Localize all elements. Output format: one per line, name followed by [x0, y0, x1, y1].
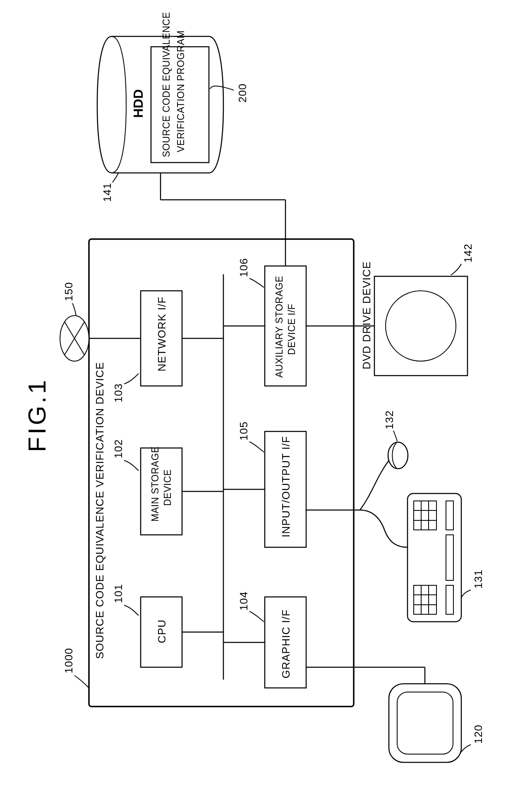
dvd-label: DVD DRIVE DEVICE — [360, 261, 373, 369]
ref-132: 132 — [383, 410, 396, 429]
diagram-root: FIG.1 SOURCE CODE EQUIVALENCE VERIFICATI… — [0, 0, 513, 812]
network-if-label: NETWORK I/F — [156, 297, 168, 371]
leader-132 — [393, 431, 397, 441]
device-label: SOURCE CODE EQUIVALENCE VERIFICATION DEV… — [93, 362, 106, 659]
hdd-prog-l1: SOURCE CODE EQUIVALENCE — [161, 12, 172, 157]
hdd-prog-l2: VERIFICATION PROGRAM — [175, 30, 186, 152]
graphic-if-label: GRAPHIC I/F — [280, 609, 292, 678]
ref-142: 142 — [462, 244, 474, 263]
keyboard-icon — [408, 493, 461, 622]
mouse-icon — [388, 442, 408, 469]
aux-storage-box — [265, 266, 306, 386]
ref-150: 150 — [62, 282, 75, 301]
leader-141 — [113, 172, 119, 182]
io-if-label: INPUT/OUTPUT I/F — [280, 436, 292, 537]
device-box — [89, 239, 354, 707]
ref-103: 103 — [112, 383, 125, 402]
dvd-drive-icon — [374, 276, 467, 376]
cpu-label: CPU — [156, 619, 168, 643]
aux-storage-l2: DEVICE I/F — [286, 304, 297, 355]
leader-1000 — [74, 675, 89, 688]
ref-105: 105 — [237, 422, 250, 441]
main-storage-l1: MAIN STORAGE — [150, 446, 161, 522]
hdd-label: HDD — [131, 89, 146, 118]
ref-200: 200 — [236, 84, 249, 103]
ref-141: 141 — [101, 183, 113, 202]
network-node-icon — [60, 316, 89, 361]
ref-104: 104 — [237, 592, 250, 611]
leader-150 — [72, 303, 76, 316]
leader-142 — [451, 264, 461, 275]
link-mouse — [360, 460, 389, 510]
ref-106: 106 — [237, 258, 250, 277]
ref-131: 131 — [472, 570, 484, 589]
main-storage-box — [141, 448, 182, 535]
aux-storage-l1: AUXILIARY STORAGE — [274, 276, 285, 378]
figure-title: FIG.1 — [23, 378, 51, 452]
main-storage-l2: DEVICE — [162, 469, 173, 506]
monitor-icon — [389, 684, 461, 762]
ref-101: 101 — [112, 584, 125, 603]
ref-1000: 1000 — [62, 648, 75, 673]
leader-120 — [460, 745, 471, 753]
leader-131 — [461, 590, 471, 598]
ref-120: 120 — [472, 725, 484, 744]
ref-102: 102 — [112, 439, 125, 458]
svg-point-19 — [388, 442, 408, 469]
